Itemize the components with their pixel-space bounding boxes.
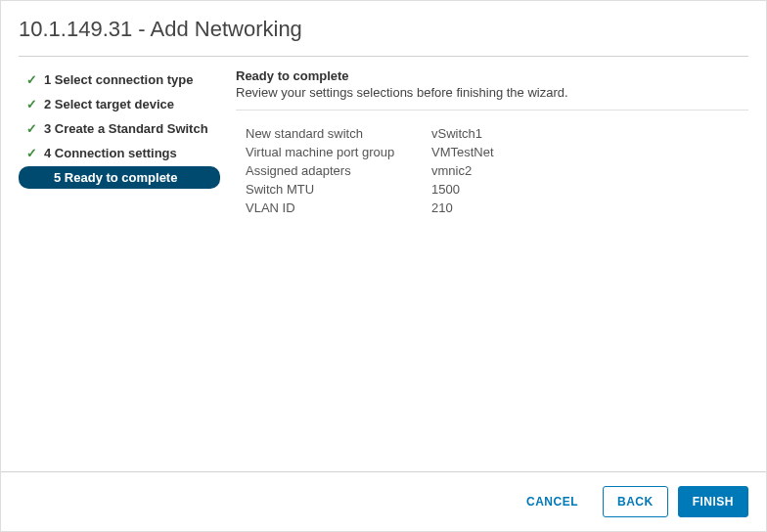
step-label: 1 Select connection type	[44, 72, 193, 87]
section-title: Ready to complete	[236, 68, 748, 83]
section-desc: Review your settings selections before f…	[236, 85, 748, 100]
step-label: 5 Ready to complete	[44, 170, 177, 185]
summary-row-adapters: Assigned adapters vmnic2	[236, 163, 748, 178]
step-target-device[interactable]: ✓ 2 Select target device	[19, 93, 220, 115]
check-icon: ✓	[24, 97, 38, 111]
page-title: 10.1.149.31 - Add Networking	[19, 17, 748, 42]
step-connection-type[interactable]: ✓ 1 Select connection type	[19, 68, 220, 91]
step-label: 4 Connection settings	[44, 146, 177, 160]
step-label: 3 Create a Standard Switch	[44, 121, 208, 136]
summary-row-port-group: Virtual machine port group VMTestNet	[236, 145, 748, 159]
summary-label: Switch MTU	[236, 182, 431, 197]
check-icon: ✓	[24, 146, 38, 160]
step-ready-to-complete[interactable]: ✓ 5 Ready to complete	[19, 166, 220, 189]
step-create-switch[interactable]: ✓ 3 Create a Standard Switch	[19, 117, 220, 140]
back-button[interactable]: BACK	[603, 486, 668, 517]
section-divider	[236, 110, 748, 111]
wizard-content: Ready to complete Review your settings s…	[220, 68, 748, 471]
step-connection-settings[interactable]: ✓ 4 Connection settings	[19, 142, 220, 164]
step-label: 2 Select target device	[44, 97, 174, 111]
wizard-steps: ✓ 1 Select connection type ✓ 2 Select ta…	[19, 68, 220, 471]
summary-value: 210	[431, 200, 453, 215]
summary-label: Virtual machine port group	[236, 145, 431, 159]
wizard-body: ✓ 1 Select connection type ✓ 2 Select ta…	[1, 57, 766, 471]
summary-value: vmnic2	[431, 163, 472, 178]
finish-button[interactable]: FINISH	[678, 486, 748, 517]
summary-label: Assigned adapters	[236, 163, 431, 178]
summary-value: VMTestNet	[431, 145, 494, 159]
summary-value: 1500	[431, 182, 460, 197]
cancel-button[interactable]: CANCEL	[512, 486, 593, 517]
summary-label: VLAN ID	[236, 200, 431, 215]
wizard-header: 10.1.149.31 - Add Networking	[1, 1, 766, 56]
summary-label: New standard switch	[236, 126, 431, 141]
summary-row-new-switch: New standard switch vSwitch1	[236, 126, 748, 141]
check-icon: ✓	[24, 121, 38, 136]
summary-row-mtu: Switch MTU 1500	[236, 182, 748, 197]
check-icon: ✓	[24, 72, 38, 87]
summary-value: vSwitch1	[431, 126, 482, 141]
summary-row-vlan: VLAN ID 210	[236, 200, 748, 215]
wizard-footer: CANCEL BACK FINISH	[1, 471, 766, 531]
